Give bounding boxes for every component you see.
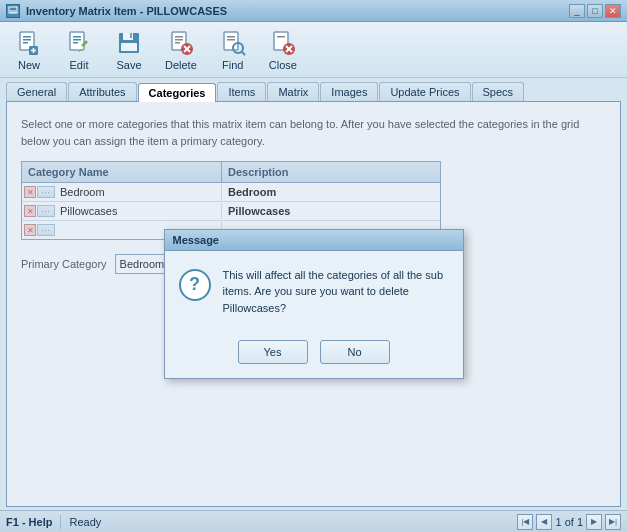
dialog-no-button[interactable]: No (320, 340, 390, 364)
svg-rect-11 (73, 39, 81, 41)
svg-line-30 (242, 52, 245, 55)
categories-panel: Select one or more categories that this … (6, 101, 621, 507)
close-icon (269, 29, 297, 57)
svg-rect-10 (73, 36, 81, 38)
tab-items[interactable]: Items (217, 82, 266, 101)
svg-rect-9 (70, 32, 84, 50)
delete-button[interactable]: Delete (156, 24, 206, 76)
tab-bar: General Attributes Categories Items Matr… (0, 78, 627, 101)
window-controls: _ □ ✕ (569, 4, 621, 18)
svg-rect-22 (175, 42, 180, 44)
svg-rect-28 (227, 39, 235, 41)
close-button[interactable]: Close (260, 24, 306, 76)
new-icon (15, 29, 43, 57)
status-bar: F1 - Help Ready |◀ ◀ 1 of 1 ▶ ▶| (0, 510, 627, 532)
svg-rect-3 (23, 36, 31, 38)
maximize-button[interactable]: □ (587, 4, 603, 18)
new-label: New (18, 59, 40, 71)
svg-rect-20 (175, 36, 183, 38)
svg-rect-17 (130, 33, 132, 38)
status-separator (60, 515, 61, 529)
nav-prev-button[interactable]: ◀ (536, 514, 552, 530)
dialog-title: Message (165, 230, 463, 251)
svg-rect-21 (175, 39, 183, 41)
find-label: Find (222, 59, 243, 71)
edit-icon (65, 29, 93, 57)
svg-rect-26 (224, 32, 238, 50)
tab-general[interactable]: General (6, 82, 67, 101)
nav-first-button[interactable]: |◀ (517, 514, 533, 530)
tab-images[interactable]: Images (320, 82, 378, 101)
save-label: Save (116, 59, 141, 71)
dialog-body: ? This will affect all the categories of… (165, 251, 463, 333)
tab-categories[interactable]: Categories (138, 83, 217, 102)
content-area: Select one or more categories that this … (0, 101, 627, 507)
close-label: Close (269, 59, 297, 71)
message-dialog: Message ? This will affect all the categ… (164, 229, 464, 380)
nav-next-button[interactable]: ▶ (586, 514, 602, 530)
find-button[interactable]: Find (210, 24, 256, 76)
svg-rect-5 (23, 42, 28, 44)
edit-button[interactable]: Edit (56, 24, 102, 76)
svg-rect-18 (121, 43, 137, 51)
new-button[interactable]: New (6, 24, 52, 76)
status-text: Ready (69, 516, 513, 528)
dialog-yes-button[interactable]: Yes (238, 340, 308, 364)
title-bar: Inventory Matrix Item - PILLOWCASES _ □ … (0, 0, 627, 22)
svg-rect-4 (23, 39, 31, 41)
delete-icon (167, 29, 195, 57)
toolbar: New Edit Save (0, 22, 627, 78)
save-button[interactable]: Save (106, 24, 152, 76)
dialog-buttons: Yes No (165, 332, 463, 378)
delete-label: Delete (165, 59, 197, 71)
tab-update-prices[interactable]: Update Prices (379, 82, 470, 101)
save-icon (115, 29, 143, 57)
minimize-button[interactable]: _ (569, 4, 585, 18)
dialog-question-icon: ? (179, 269, 211, 301)
tab-attributes[interactable]: Attributes (68, 82, 136, 101)
page-indicator: 1 of 1 (555, 516, 583, 528)
tab-matrix[interactable]: Matrix (267, 82, 319, 101)
nav-last-button[interactable]: ▶| (605, 514, 621, 530)
tab-specs[interactable]: Specs (472, 82, 525, 101)
dialog-overlay: Message ? This will affect all the categ… (7, 102, 620, 506)
find-icon (219, 29, 247, 57)
svg-rect-32 (277, 36, 285, 38)
window-icon (6, 4, 20, 18)
nav-controls: |◀ ◀ 1 of 1 ▶ ▶| (517, 514, 621, 530)
window-close-button[interactable]: ✕ (605, 4, 621, 18)
dialog-message-text: This will affect all the categories of a… (223, 267, 449, 317)
svg-rect-27 (227, 36, 235, 38)
svg-rect-12 (73, 42, 78, 44)
svg-rect-1 (10, 10, 16, 13)
window-title: Inventory Matrix Item - PILLOWCASES (26, 5, 569, 17)
edit-label: Edit (70, 59, 89, 71)
help-key: F1 - Help (6, 516, 52, 528)
